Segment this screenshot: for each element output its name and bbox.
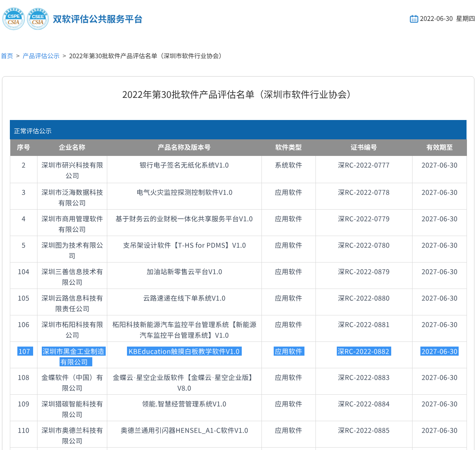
svg-text:CSEE: CSEE [32, 14, 44, 19]
svg-text:CSIA: CSIA [32, 19, 43, 25]
svg-text:CSPE: CSPE [8, 14, 20, 19]
svg-text:CSIA: CSIA [8, 19, 19, 25]
